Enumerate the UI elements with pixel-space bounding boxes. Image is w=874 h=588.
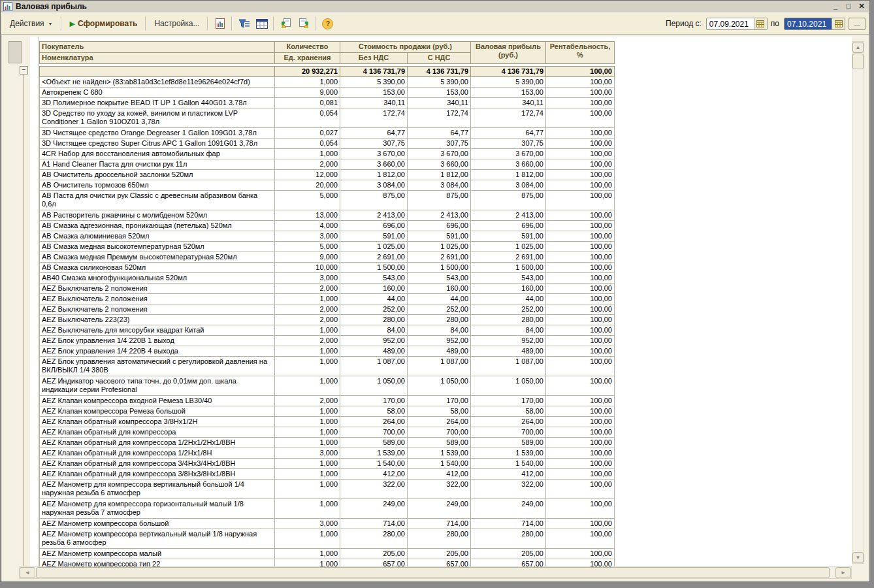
cell-value[interactable]: 1 540,00 <box>471 459 546 469</box>
cell-value[interactable]: 1,000 <box>275 357 340 376</box>
cell-value[interactable]: 489,00 <box>471 346 546 357</box>
cell-value[interactable]: 2,000 <box>275 284 340 294</box>
cell-value[interactable]: 589,00 <box>408 438 471 448</box>
cell-nomenclature[interactable]: 3D Средство по уходу за кожей, винилом и… <box>40 108 275 128</box>
table-row[interactable]: АВ Очиститель дроссельной заслонки 520мл… <box>40 170 615 180</box>
cell-total-no-vat[interactable]: 4 136 731,79 <box>340 67 408 77</box>
cell-nomenclature[interactable]: AEZ Манометр для компрессора вертикальны… <box>40 480 275 499</box>
cell-value[interactable]: 100,00 <box>546 499 615 519</box>
table-row[interactable]: AEZ Клапан обратный для компрессора 1/2H… <box>40 438 615 448</box>
cell-nomenclature[interactable]: AEZ Выключатель 2 положения <box>40 294 275 304</box>
cell-value[interactable]: 9,000 <box>275 88 340 98</box>
cell-value[interactable]: 100,00 <box>546 252 615 263</box>
cell-value[interactable]: 2,000 <box>275 315 340 325</box>
cell-value[interactable]: 170,00 <box>471 396 546 406</box>
cell-value[interactable]: 657,00 <box>471 559 546 567</box>
cell-value[interactable]: 1 539,00 <box>408 448 471 459</box>
cell-value[interactable]: 1,000 <box>275 499 340 519</box>
table-row[interactable]: AEZ Клапан компрессора Ремеза большой1,0… <box>40 406 615 417</box>
cell-nomenclature[interactable]: 3D Чистящее средство Super Citrus APC 1 … <box>40 139 275 149</box>
table-row[interactable]: А1 Hand Cleaner Паста для очистки рук 11… <box>40 159 615 170</box>
table-row[interactable]: AEZ Клапан компрессора входной Ремеза LB… <box>40 396 615 406</box>
save-values-button[interactable] <box>295 16 312 32</box>
cell-value[interactable]: 252,00 <box>340 304 408 315</box>
cell-nomenclature[interactable]: АВ Смазка алюминиевая 520мл <box>40 231 275 242</box>
cell-value[interactable]: 100,00 <box>546 336 615 346</box>
header-nomenclature[interactable]: Номенклатура <box>40 53 275 64</box>
cell-value[interactable]: 1 050,00 <box>340 376 408 396</box>
cell-value[interactable]: 100,00 <box>546 438 615 448</box>
cell-value[interactable]: 2 413,00 <box>340 210 408 221</box>
cell-value[interactable]: 84,00 <box>340 325 408 336</box>
cell-value[interactable]: 13,000 <box>275 210 340 221</box>
cell-value[interactable]: 58,00 <box>408 406 471 417</box>
cell-value[interactable]: 700,00 <box>340 427 408 438</box>
cell-value[interactable]: 1,000 <box>275 346 340 357</box>
scroll-down-icon[interactable]: ▼ <box>852 552 864 563</box>
cell-value[interactable]: 1,000 <box>275 376 340 396</box>
period-to-input[interactable]: 07.10.2021 <box>785 18 832 29</box>
cell-value[interactable]: 591,00 <box>471 231 546 242</box>
table-row[interactable]: AEZ Блок управления 1/4 220В 4 выхода1,0… <box>40 346 615 357</box>
cell-value[interactable]: 322,00 <box>340 480 408 499</box>
cell-value[interactable]: 100,00 <box>546 273 615 284</box>
table-row[interactable]: AEZ Манометр для компрессора горизонталь… <box>40 499 615 519</box>
table-row[interactable]: AEZ Выключатель 2 положения2,000160,0016… <box>40 284 615 294</box>
cell-value[interactable]: 100,00 <box>546 284 615 294</box>
cell-value[interactable]: 100,00 <box>546 108 615 128</box>
cell-value[interactable]: 100,00 <box>546 159 615 170</box>
cell-nomenclature[interactable]: AEZ Клапан компрессора Ремеза большой <box>40 406 275 417</box>
cell-value[interactable]: 264,00 <box>408 417 471 427</box>
cell-value[interactable]: 100,00 <box>546 469 615 480</box>
table-row[interactable]: AEZ Клапан обратный для компрессора 3/4H… <box>40 459 615 469</box>
cell-value[interactable]: 160,00 <box>408 284 471 294</box>
cell-value[interactable]: 657,00 <box>408 559 471 567</box>
cell-value[interactable]: 3,000 <box>275 519 340 529</box>
cell-value[interactable]: 1,000 <box>275 549 340 559</box>
cell-value[interactable]: 280,00 <box>471 529 546 549</box>
header-gross-profit[interactable]: Валовая прибыль (руб.) <box>471 42 546 64</box>
cell-total-quantity[interactable]: 20 932,271 <box>275 67 340 77</box>
cell-nomenclature[interactable]: AEZ Блок управления 1/4 220В 4 выхода <box>40 346 275 357</box>
cell-nomenclature[interactable]: А1 Hand Cleaner Паста для очистки рук 11… <box>40 159 275 170</box>
cell-value[interactable]: 280,00 <box>471 315 546 325</box>
filter-settings-button[interactable] <box>235 16 253 32</box>
cell-value[interactable]: 1,000 <box>275 480 340 499</box>
cell-nomenclature[interactable]: AEZ Блок управления 1/4 220В 1 выход <box>40 336 275 346</box>
cell-value[interactable]: 5,000 <box>275 191 340 210</box>
cell-value[interactable]: 696,00 <box>408 221 471 231</box>
cell-value[interactable]: 205,00 <box>408 549 471 559</box>
cell-value[interactable]: 100,00 <box>546 242 615 252</box>
table-row[interactable]: AEZ Манометр для компрессора вертикальны… <box>40 480 615 499</box>
cell-value[interactable]: 12,000 <box>275 170 340 180</box>
cell-value[interactable]: 170,00 <box>408 396 471 406</box>
cell-value[interactable]: 1,000 <box>275 529 340 549</box>
cell-value[interactable]: 1 540,00 <box>408 459 471 469</box>
cell-value[interactable]: 2 691,00 <box>471 252 546 263</box>
cell-value[interactable]: 1 087,00 <box>340 357 408 376</box>
cell-value[interactable]: 264,00 <box>340 417 408 427</box>
cell-value[interactable]: 0,054 <box>275 108 340 128</box>
cell-value[interactable]: 3,000 <box>275 231 340 242</box>
cell-value[interactable]: 1,000 <box>275 325 340 336</box>
header-with-vat[interactable]: С НДС <box>408 53 471 64</box>
cell-nomenclature[interactable]: AEZ Манометр компрессора тип 22 <box>40 559 275 567</box>
cell-value[interactable]: 3 670,00 <box>471 149 546 159</box>
cell-value[interactable]: 153,00 <box>340 88 408 98</box>
table-row[interactable]: 3D Средство по уходу за кожей, винилом и… <box>40 108 615 128</box>
table-row[interactable]: AEZ Выключатель 223(23)2,000280,00280,00… <box>40 315 615 325</box>
cell-value[interactable]: 696,00 <box>471 221 546 231</box>
cell-value[interactable]: 100,00 <box>546 221 615 231</box>
cell-value[interactable]: 5 390,00 <box>408 77 471 88</box>
cell-value[interactable]: 307,75 <box>408 139 471 149</box>
cell-value[interactable]: 100,00 <box>546 139 615 149</box>
cell-value[interactable]: 100,00 <box>546 529 615 549</box>
table-row[interactable]: AEZ Манометр компрессора вертикальный ма… <box>40 529 615 549</box>
period-from-input[interactable]: 07.09.2021 <box>707 18 754 29</box>
cell-value[interactable]: 340,11 <box>340 98 408 108</box>
cell-value[interactable]: 412,00 <box>408 469 471 480</box>
cell-value[interactable]: 3,000 <box>275 448 340 459</box>
cell-value[interactable]: 264,00 <box>471 417 546 427</box>
cell-value[interactable]: 1 050,00 <box>471 376 546 396</box>
cell-value[interactable]: 100,00 <box>546 459 615 469</box>
